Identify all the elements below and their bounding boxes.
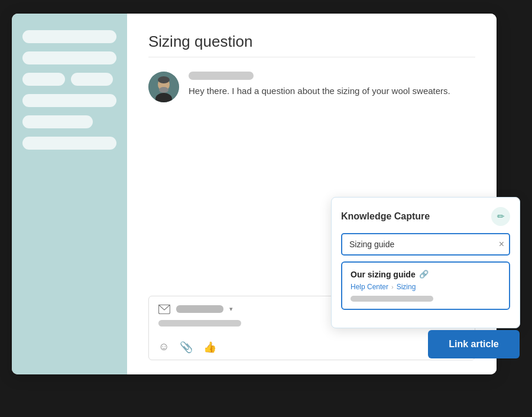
pencil-icon: ✏ bbox=[497, 211, 505, 222]
breadcrumb-help-center[interactable]: Help Center bbox=[351, 283, 388, 291]
svg-point-3 bbox=[159, 87, 168, 93]
sidebar-bar-2 bbox=[22, 51, 116, 64]
emoji-icon[interactable]: ☺ bbox=[158, 341, 169, 353]
avatar bbox=[148, 72, 179, 102]
sidebar-bar-4 bbox=[71, 73, 113, 86]
breadcrumb-sizing[interactable]: Sizing bbox=[397, 283, 416, 291]
chevron-down-icon: ▾ bbox=[229, 305, 233, 313]
sidebar-bar-7 bbox=[22, 137, 116, 150]
message-area: Hey there. I had a question about the si… bbox=[148, 72, 475, 102]
message-body: Hey there. I had a question about the si… bbox=[189, 72, 450, 98]
divider bbox=[148, 57, 475, 57]
link-article-button[interactable]: Link article bbox=[428, 330, 520, 358]
link-icon: 🔗 bbox=[419, 270, 429, 279]
close-icon: × bbox=[499, 239, 504, 249]
kc-header: Knowledge Capture ✏ bbox=[341, 207, 510, 226]
svg-point-2 bbox=[158, 76, 170, 83]
kc-search-wrapper: × bbox=[341, 233, 510, 256]
kc-result-title: Our sizing guide 🔗 bbox=[351, 270, 501, 279]
attachment-icon[interactable]: 📎 bbox=[180, 341, 193, 354]
knowledge-capture-panel: Knowledge Capture ✏ × Our sizing guide 🔗… bbox=[331, 197, 520, 328]
kc-clear-button[interactable]: × bbox=[499, 240, 504, 249]
mail-icon bbox=[158, 305, 170, 314]
thumbsup-icon[interactable]: 👍 bbox=[203, 341, 216, 354]
reply-type-bar bbox=[176, 305, 223, 313]
reply-content-bar bbox=[158, 320, 241, 327]
sidebar-row-1 bbox=[22, 73, 116, 86]
sidebar-bar-3 bbox=[22, 73, 65, 86]
sender-name-bar bbox=[189, 72, 254, 80]
kc-search-input[interactable] bbox=[341, 233, 510, 256]
kc-result-card[interactable]: Our sizing guide 🔗 Help Center › Sizing bbox=[341, 261, 510, 310]
sidebar-bar-6 bbox=[22, 115, 93, 128]
sidebar bbox=[12, 14, 127, 374]
page-title: Sizing question bbox=[148, 33, 475, 51]
sidebar-bar-1 bbox=[22, 30, 116, 43]
kc-pencil-button[interactable]: ✏ bbox=[491, 207, 510, 226]
message-text: Hey there. I had a question about the si… bbox=[189, 85, 450, 98]
breadcrumb-separator: › bbox=[391, 283, 394, 290]
sidebar-bar-5 bbox=[22, 94, 116, 107]
kc-result-preview bbox=[351, 296, 433, 302]
kc-breadcrumb: Help Center › Sizing bbox=[351, 283, 501, 291]
kc-title: Knowledge Capture bbox=[341, 211, 430, 222]
reply-toolbar: ☺ 📎 👍 bbox=[158, 337, 465, 354]
